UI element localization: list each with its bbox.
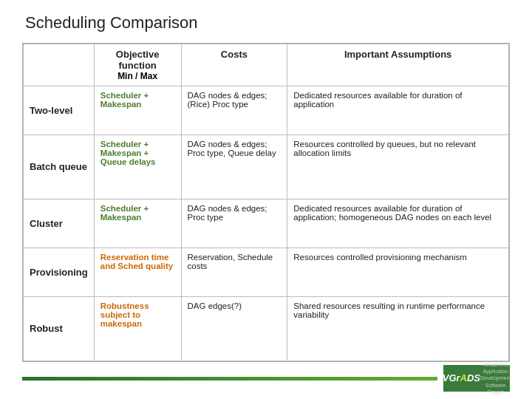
row-obj-0: Scheduler + Makespan (94, 86, 181, 135)
header-minmax-label: Min / Max (117, 71, 157, 81)
header-costs: Costs (181, 44, 287, 86)
header-assumptions: Important Assumptions (287, 44, 509, 86)
row-label-2: Cluster (24, 200, 95, 248)
page: Scheduling Comparison Objective function… (0, 0, 532, 399)
row-obj-text-0: Scheduler + Makespan (100, 91, 149, 109)
row-assump-4: Shared resources resulting in runtime pe… (287, 296, 509, 361)
table-row: ProvisioningReservation time and Sched q… (24, 248, 509, 296)
row-obj-text-1: Scheduler + Makespan + Queue delays (100, 140, 156, 166)
row-costs-4: DAG edges(?) (181, 296, 287, 361)
row-costs-3: Reservation, Schedule costs (181, 248, 287, 296)
header-empty (24, 44, 95, 86)
row-label-3: Provisioning (24, 248, 95, 296)
row-assump-2: Dedicated resources available for durati… (287, 200, 509, 248)
row-assump-1: Resources controlled by queues, but no r… (287, 134, 509, 199)
logo: VGrADS Virtual Grid Application Developm… (443, 365, 510, 392)
comparison-table-wrapper: Objective function Min / Max Costs Impor… (22, 43, 510, 362)
footer-bar (22, 377, 437, 381)
row-assump-3: Resources controlled provisioning mechan… (287, 248, 509, 296)
row-label-0: Two-level (24, 86, 95, 135)
row-obj-text-4: Robustness subject to makespan (100, 301, 149, 328)
row-label-4: Robust (24, 296, 95, 361)
header-obj-label: Objective function (116, 49, 160, 71)
row-costs-0: DAG nodes & edges; (Rice) Proc type (181, 86, 287, 135)
row-obj-2: Scheduler + Makespan (94, 200, 181, 248)
table-row: RobustRobustness subject to makespanDAG … (24, 296, 509, 361)
row-obj-3: Reservation time and Sched quality (94, 248, 181, 296)
comparison-table: Objective function Min / Max Costs Impor… (23, 44, 509, 361)
header-costs-label: Costs (221, 49, 248, 60)
row-costs-2: DAG nodes & edges; Proc type (181, 200, 287, 248)
row-costs-1: DAG nodes & edges; Proc type, Queue dela… (181, 134, 287, 199)
row-obj-text-2: Scheduler + Makespan (100, 204, 149, 222)
header-objective: Objective function Min / Max (94, 44, 181, 86)
row-obj-4: Robustness subject to makespan (94, 296, 181, 361)
row-label-1: Batch queue (24, 134, 95, 199)
page-title: Scheduling Comparison (22, 13, 510, 33)
row-assump-0: Dedicated resources available for durati… (287, 86, 509, 135)
logo-subtitle: Virtual Grid Application Development Sof… (480, 361, 511, 395)
row-obj-text-3: Reservation time and Sched quality (100, 253, 173, 270)
table-row: Batch queueScheduler + Makespan + Queue … (24, 134, 509, 199)
table-row: Two-levelScheduler + MakespanDAG nodes &… (24, 86, 509, 135)
row-obj-1: Scheduler + Makespan + Queue delays (94, 134, 181, 199)
table-row: ClusterScheduler + MakespanDAG nodes & e… (24, 200, 509, 248)
logo-title: VGrADS (443, 372, 480, 385)
header-assump-label: Important Assumptions (344, 49, 451, 60)
